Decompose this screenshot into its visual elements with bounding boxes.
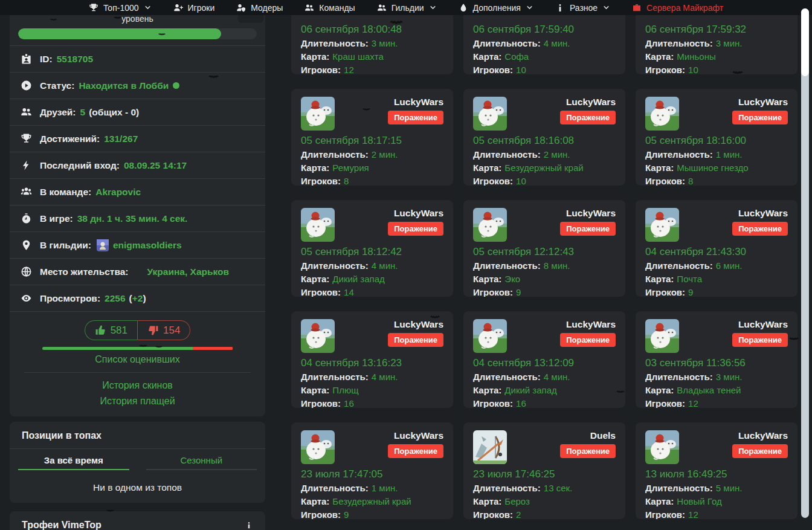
rating-ratio-green [42,347,193,350]
bolt-icon [21,160,32,171]
like-button[interactable]: 581 [85,320,137,340]
row-value: 131/267 [104,134,138,144]
nav-item-3[interactable]: Команды [304,3,355,13]
match-players: Игроков:10 [473,63,616,74]
rating-ratio-bar [42,347,233,350]
match-result-badge: Поражение [560,222,616,236]
cape-history-link[interactable]: История плащей [10,393,265,409]
match-result-badge: Поражение [388,222,443,236]
match-date: 06 сентября 17:59:32 [645,22,788,37]
match-card-10[interactable]: LuckyWars Поражение 04 сентября 13:12:09… [463,311,625,408]
nav-item-label: Разное [570,3,598,13]
match-date: 04 сентября 13:12:09 [473,356,616,370]
match-mode: LuckyWars [394,208,443,219]
profile-row-2: Друзей: 5 (общих - 0) [10,99,265,125]
trophies-title: Трофеи VimeTop [22,520,102,530]
match-duration: Длительность:13 сек. [473,482,616,495]
profile-row-1: Статус: Находится в Лобби [10,72,265,99]
like-count: 581 [111,325,127,337]
match-map: Карта:Безудержный край [473,161,616,175]
tab-seasonal[interactable]: Сезонный [138,449,266,470]
match-card-3[interactable]: LuckyWars Поражение 05 сентября 18:17:15… [291,89,453,186]
match-card-12[interactable]: LuckyWars Поражение 23 июля 17:47:05 Дли… [291,422,453,519]
dislike-button[interactable]: 154 [137,320,190,340]
match-card-14[interactable]: LuckyWars Поражение 13 июля 16:49:25 Дли… [636,422,798,519]
nav-item-2[interactable]: Модеры [236,3,283,13]
chevron-down-icon [526,4,533,11]
match-mode: LuckyWars [738,97,788,108]
nav-item-label: Дополнения [473,3,521,13]
row-label: В команде: [40,187,91,198]
nav-item-label: Топ-1000 [103,3,139,13]
match-card-7[interactable]: LuckyWars Поражение 05 сентября 12:12:43… [463,200,625,297]
info-icon[interactable] [245,521,253,529]
match-players: Игроков:2 [473,508,616,519]
online-dot [173,82,179,89]
match-players: Игроков:9 [645,286,788,297]
row-label: В игре: [40,213,73,224]
row-value: 08.09.25 14:17 [124,160,187,171]
match-map: Карта:Владыка теней [645,384,788,397]
nav-item-label: Игроки [188,3,215,13]
row-value[interactable]: Akrapovic [95,187,141,198]
match-duration: Длительность:1 мин. [301,482,443,495]
nav-item-6[interactable]: Разное [555,3,610,13]
user-plus-icon [173,3,183,13]
match-result-badge: Поражение [560,333,616,347]
profile-row-5: В команде: Akrapovic [10,178,265,205]
droplet-icon [459,3,468,13]
match-duration: Длительность:4 мин. [301,370,443,384]
chevron-down-icon [144,4,152,11]
match-thumbnail [645,208,679,242]
profile-row-7: В гильдии: enigmasoldiers [10,231,265,258]
match-duration: Длительность:2 мин. [301,148,443,161]
match-duration: Длительность:6 мин. [645,259,788,273]
match-result-badge: Поражение [732,333,788,347]
row-value: 5 [80,107,86,118]
scrollbar-thumb[interactable] [801,8,809,76]
match-card-5[interactable]: LuckyWars Поражение 05 сентября 18:16:00… [636,89,798,186]
scrollbar-track[interactable] [801,8,809,518]
row-extra: (общих - 0) [89,107,139,118]
match-thumbnail [301,319,335,353]
row-value[interactable]: enigmasoldiers [113,240,182,251]
match-map: Карта:Дикий запад [301,273,443,286]
match-result-badge: Поражение [560,111,616,124]
nav-item-7[interactable]: Сервера Майкрафт [632,3,723,13]
nav-item-5[interactable]: Дополнения [459,3,533,13]
match-card-11[interactable]: LuckyWars Поражение 03 сентября 11:36:56… [636,311,798,408]
top-navbar: Топ-1000 Игроки Модеры Команды Гильдии Д… [0,0,812,15]
match-result-badge: Поражение [388,444,443,458]
info-icon [555,3,565,13]
profile-card: уровень ID: 5518705 Статус: Находится в … [10,0,265,416]
match-result-badge: Поражение [388,111,443,124]
skin-history-link[interactable]: История скинов [10,378,265,393]
row-label: ID: [40,54,53,65]
tab-alltime[interactable]: За всё время [10,449,138,470]
match-card-8[interactable]: LuckyWars Поражение 04 сентября 21:43:30… [636,200,798,297]
match-thumbnail [645,319,679,353]
match-mode: LuckyWars [566,97,616,108]
nav-item-4[interactable]: Гильдии [377,3,437,13]
match-card-9[interactable]: LuckyWars Поражение 04 сентября 13:16:23… [291,311,453,408]
match-card-6[interactable]: LuckyWars Поражение 05 сентября 18:12:42… [291,200,453,297]
raters-list-link[interactable]: Список оценивших [10,354,265,365]
match-players: Игроков:8 [301,175,443,186]
match-mode: LuckyWars [566,319,616,330]
match-thumbnail [301,97,335,131]
profile-row-4: Последний вход: 08.09.25 14:17 [10,152,265,178]
thumbs-down-icon [147,325,159,336]
nav-item-0[interactable]: Топ-1000 [89,3,152,13]
match-card-13[interactable]: Duels Поражение 23 июля 17:46:25 Длитель… [463,422,625,519]
match-players: Игроков:12 [645,508,788,519]
match-card-4[interactable]: LuckyWars Поражение 05 сентября 18:16:08… [463,89,625,186]
match-map: Карта:Безудержный край [301,495,443,508]
profile-row-9: Просмотров: 2256 (+2) [10,285,265,311]
match-map: Карта:Софа [473,50,616,63]
row-value: 5518705 [57,54,93,65]
match-players: Игроков:10 [473,175,616,186]
trophies-card: Трофеи VimeTop [10,511,265,530]
nav-item-1[interactable]: Игроки [173,3,215,13]
thumbs-up-icon [95,325,106,336]
match-date: 23 июля 17:47:05 [301,467,443,482]
